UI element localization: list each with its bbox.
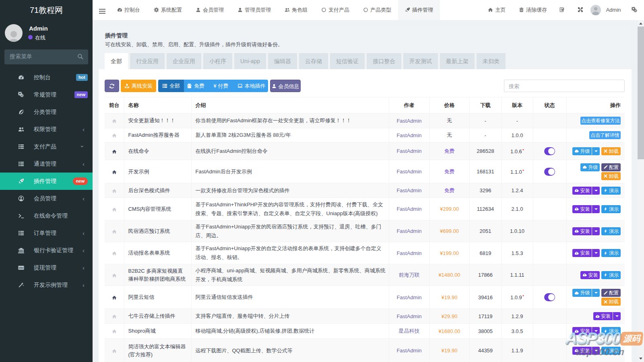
- svg-text:VISA: VISA: [19, 267, 23, 269]
